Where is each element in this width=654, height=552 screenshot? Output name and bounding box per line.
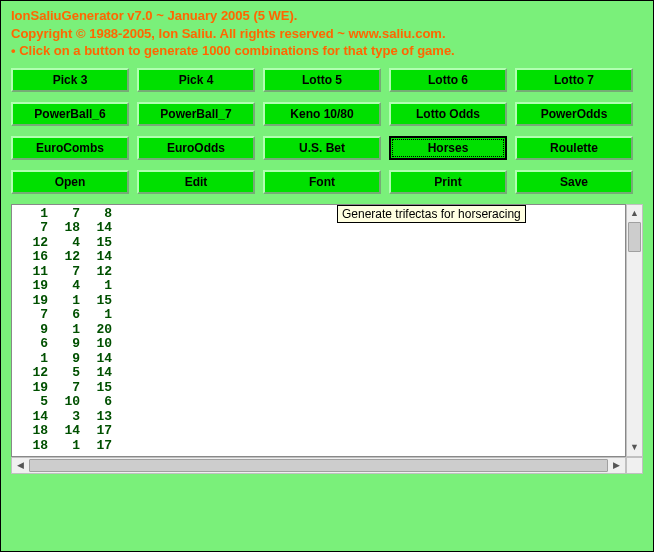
output-cell: 5	[48, 366, 80, 381]
output-cell: 17	[80, 424, 112, 439]
button-grid: Pick 3Pick 4Lotto 5Lotto 6Lotto 7PowerBa…	[9, 68, 645, 194]
powerodds-button[interactable]: PowerOdds	[515, 102, 633, 126]
output-row: 5106	[16, 395, 621, 410]
scroll-left-icon[interactable]: ◀	[12, 458, 29, 473]
output-row: 761	[16, 308, 621, 323]
output-cell: 14	[80, 352, 112, 367]
output-cell: 14	[80, 366, 112, 381]
output-row: 11712	[16, 265, 621, 280]
output-cell: 14	[16, 410, 48, 425]
output-cell: 1	[48, 323, 80, 338]
roulette-button[interactable]: Roulette	[515, 136, 633, 160]
header-line-3: • Click on a button to generate 1000 com…	[11, 42, 645, 60]
output-cell: 4	[48, 236, 80, 251]
lotto-odds-button[interactable]: Lotto Odds	[389, 102, 507, 126]
output-cell: 1	[80, 279, 112, 294]
output-row: 181417	[16, 424, 621, 439]
output-cell: 13	[80, 410, 112, 425]
u-s-bet-button[interactable]: U.S. Bet	[263, 136, 381, 160]
output-row: 178	[16, 207, 621, 222]
output-cell: 14	[80, 221, 112, 236]
output-cell: 9	[16, 323, 48, 338]
output-cell: 14	[80, 250, 112, 265]
output-row: 1941	[16, 279, 621, 294]
scroll-right-icon[interactable]: ▶	[608, 458, 625, 473]
output-cell: 18	[16, 439, 48, 454]
save-button[interactable]: Save	[515, 170, 633, 194]
header-line-2: Copyright © 1988-2005, Ion Saliu. All ri…	[11, 25, 645, 43]
output-row: 14313	[16, 410, 621, 425]
output-cell: 9	[48, 337, 80, 352]
output-cell: 7	[48, 207, 80, 222]
output-cell: 15	[80, 381, 112, 396]
lotto-5-button[interactable]: Lotto 5	[263, 68, 381, 92]
output-cell: 8	[80, 207, 112, 222]
output-cell: 6	[80, 395, 112, 410]
output-cell: 5	[16, 395, 48, 410]
output-row: 6910	[16, 337, 621, 352]
output-row: 1914	[16, 352, 621, 367]
vertical-scrollbar[interactable]: ▲ ▼	[626, 204, 643, 457]
output-cell: 19	[16, 279, 48, 294]
vertical-scroll-thumb[interactable]	[628, 222, 641, 252]
output-cell: 10	[48, 395, 80, 410]
output-cell: 1	[16, 352, 48, 367]
lotto-6-button[interactable]: Lotto 6	[389, 68, 507, 92]
output-cell: 16	[16, 250, 48, 265]
output-cell: 4	[48, 279, 80, 294]
scroll-up-icon[interactable]: ▲	[627, 205, 642, 222]
horizontal-scroll-thumb[interactable]	[29, 459, 608, 472]
eurocombs-button[interactable]: EuroCombs	[11, 136, 129, 160]
output-cell: 14	[48, 424, 80, 439]
app-window: IonSaliuGenerator v7.0 ~ January 2005 (5…	[0, 0, 654, 552]
lotto-7-button[interactable]: Lotto 7	[515, 68, 633, 92]
output-cell: 7	[48, 381, 80, 396]
output-cell: 18	[16, 424, 48, 439]
output-row: 161214	[16, 250, 621, 265]
output-cell: 15	[80, 294, 112, 309]
output-cell: 9	[48, 352, 80, 367]
powerball-7-button[interactable]: PowerBall_7	[137, 102, 255, 126]
output-text[interactable]: 1787181412415161214117121941191157619120…	[11, 204, 626, 457]
font-button[interactable]: Font	[263, 170, 381, 194]
keno-10-80-button[interactable]: Keno 10/80	[263, 102, 381, 126]
output-row: 71814	[16, 221, 621, 236]
output-cell: 12	[16, 366, 48, 381]
output-row: 19115	[16, 294, 621, 309]
output-cell: 20	[80, 323, 112, 338]
powerball-6-button[interactable]: PowerBall_6	[11, 102, 129, 126]
output-row: 9120	[16, 323, 621, 338]
output-row: 12415	[16, 236, 621, 251]
horizontal-scrollbar[interactable]: ◀ ▶	[11, 457, 626, 474]
output-cell: 7	[16, 308, 48, 323]
euroodds-button[interactable]: EuroOdds	[137, 136, 255, 160]
output-cell: 7	[16, 221, 48, 236]
output-cell: 18	[48, 221, 80, 236]
open-button[interactable]: Open	[11, 170, 129, 194]
scroll-down-icon[interactable]: ▼	[627, 439, 642, 456]
output-cell: 19	[16, 294, 48, 309]
output-cell: 1	[16, 207, 48, 222]
output-cell: 3	[48, 410, 80, 425]
edit-button[interactable]: Edit	[137, 170, 255, 194]
pick-4-button[interactable]: Pick 4	[137, 68, 255, 92]
tooltip: Generate trifectas for horseracing	[337, 205, 526, 223]
output-cell: 6	[48, 308, 80, 323]
output-cell: 7	[48, 265, 80, 280]
output-row: 19715	[16, 381, 621, 396]
output-cell: 12	[16, 236, 48, 251]
output-row: 18117	[16, 439, 621, 454]
output-cell: 11	[16, 265, 48, 280]
output-cell: 12	[80, 265, 112, 280]
horses-button[interactable]: Horses	[389, 136, 507, 160]
output-cell: 1	[48, 439, 80, 454]
scroll-corner	[626, 457, 643, 474]
output-cell: 1	[48, 294, 80, 309]
output-cell: 17	[80, 439, 112, 454]
output-cell: 19	[16, 381, 48, 396]
header-line-1: IonSaliuGenerator v7.0 ~ January 2005 (5…	[11, 7, 645, 25]
output-row: 12514	[16, 366, 621, 381]
print-button[interactable]: Print	[389, 170, 507, 194]
pick-3-button[interactable]: Pick 3	[11, 68, 129, 92]
output-cell: 1	[80, 308, 112, 323]
